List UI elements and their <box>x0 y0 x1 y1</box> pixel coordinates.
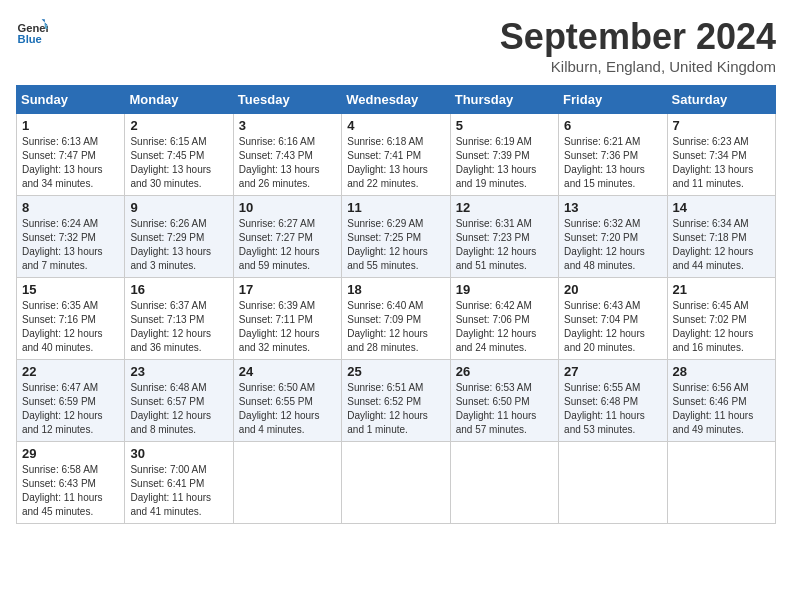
calendar-cell: 9Sunrise: 6:26 AM Sunset: 7:29 PM Daylig… <box>125 196 233 278</box>
calendar-cell: 11Sunrise: 6:29 AM Sunset: 7:25 PM Dayli… <box>342 196 450 278</box>
logo-icon: General Blue <box>16 16 48 48</box>
day-number: 23 <box>130 364 227 379</box>
calendar-week-1: 1Sunrise: 6:13 AM Sunset: 7:47 PM Daylig… <box>17 114 776 196</box>
day-info: Sunrise: 6:21 AM Sunset: 7:36 PM Dayligh… <box>564 135 661 191</box>
day-number: 24 <box>239 364 336 379</box>
calendar-cell: 15Sunrise: 6:35 AM Sunset: 7:16 PM Dayli… <box>17 278 125 360</box>
calendar-cell: 7Sunrise: 6:23 AM Sunset: 7:34 PM Daylig… <box>667 114 775 196</box>
day-info: Sunrise: 6:40 AM Sunset: 7:09 PM Dayligh… <box>347 299 444 355</box>
day-info: Sunrise: 6:48 AM Sunset: 6:57 PM Dayligh… <box>130 381 227 437</box>
day-info: Sunrise: 6:58 AM Sunset: 6:43 PM Dayligh… <box>22 463 119 519</box>
calendar-cell: 24Sunrise: 6:50 AM Sunset: 6:55 PM Dayli… <box>233 360 341 442</box>
calendar-cell: 25Sunrise: 6:51 AM Sunset: 6:52 PM Dayli… <box>342 360 450 442</box>
day-info: Sunrise: 7:00 AM Sunset: 6:41 PM Dayligh… <box>130 463 227 519</box>
calendar-cell: 1Sunrise: 6:13 AM Sunset: 7:47 PM Daylig… <box>17 114 125 196</box>
calendar-cell: 12Sunrise: 6:31 AM Sunset: 7:23 PM Dayli… <box>450 196 558 278</box>
weekday-header-row: SundayMondayTuesdayWednesdayThursdayFrid… <box>17 86 776 114</box>
calendar-cell: 30Sunrise: 7:00 AM Sunset: 6:41 PM Dayli… <box>125 442 233 524</box>
calendar-cell: 26Sunrise: 6:53 AM Sunset: 6:50 PM Dayli… <box>450 360 558 442</box>
weekday-header-sunday: Sunday <box>17 86 125 114</box>
weekday-header-tuesday: Tuesday <box>233 86 341 114</box>
day-number: 25 <box>347 364 444 379</box>
day-info: Sunrise: 6:45 AM Sunset: 7:02 PM Dayligh… <box>673 299 770 355</box>
day-info: Sunrise: 6:37 AM Sunset: 7:13 PM Dayligh… <box>130 299 227 355</box>
calendar-cell <box>342 442 450 524</box>
day-number: 29 <box>22 446 119 461</box>
calendar-cell <box>667 442 775 524</box>
day-number: 12 <box>456 200 553 215</box>
location: Kilburn, England, United Kingdom <box>500 58 776 75</box>
calendar-week-3: 15Sunrise: 6:35 AM Sunset: 7:16 PM Dayli… <box>17 278 776 360</box>
day-number: 4 <box>347 118 444 133</box>
weekday-header-saturday: Saturday <box>667 86 775 114</box>
page-header: General Blue September 2024 Kilburn, Eng… <box>16 16 776 75</box>
calendar-cell: 6Sunrise: 6:21 AM Sunset: 7:36 PM Daylig… <box>559 114 667 196</box>
day-info: Sunrise: 6:15 AM Sunset: 7:45 PM Dayligh… <box>130 135 227 191</box>
day-number: 10 <box>239 200 336 215</box>
calendar-cell: 10Sunrise: 6:27 AM Sunset: 7:27 PM Dayli… <box>233 196 341 278</box>
calendar-week-2: 8Sunrise: 6:24 AM Sunset: 7:32 PM Daylig… <box>17 196 776 278</box>
calendar-cell: 21Sunrise: 6:45 AM Sunset: 7:02 PM Dayli… <box>667 278 775 360</box>
title-block: September 2024 Kilburn, England, United … <box>500 16 776 75</box>
day-number: 6 <box>564 118 661 133</box>
calendar-table: SundayMondayTuesdayWednesdayThursdayFrid… <box>16 85 776 524</box>
calendar-cell: 19Sunrise: 6:42 AM Sunset: 7:06 PM Dayli… <box>450 278 558 360</box>
calendar-cell: 8Sunrise: 6:24 AM Sunset: 7:32 PM Daylig… <box>17 196 125 278</box>
calendar-cell: 13Sunrise: 6:32 AM Sunset: 7:20 PM Dayli… <box>559 196 667 278</box>
day-info: Sunrise: 6:35 AM Sunset: 7:16 PM Dayligh… <box>22 299 119 355</box>
calendar-cell: 20Sunrise: 6:43 AM Sunset: 7:04 PM Dayli… <box>559 278 667 360</box>
day-number: 9 <box>130 200 227 215</box>
day-number: 30 <box>130 446 227 461</box>
day-number: 1 <box>22 118 119 133</box>
calendar-cell: 28Sunrise: 6:56 AM Sunset: 6:46 PM Dayli… <box>667 360 775 442</box>
day-info: Sunrise: 6:51 AM Sunset: 6:52 PM Dayligh… <box>347 381 444 437</box>
day-info: Sunrise: 6:34 AM Sunset: 7:18 PM Dayligh… <box>673 217 770 273</box>
day-info: Sunrise: 6:32 AM Sunset: 7:20 PM Dayligh… <box>564 217 661 273</box>
day-number: 11 <box>347 200 444 215</box>
day-info: Sunrise: 6:19 AM Sunset: 7:39 PM Dayligh… <box>456 135 553 191</box>
weekday-header-friday: Friday <box>559 86 667 114</box>
weekday-header-monday: Monday <box>125 86 233 114</box>
day-number: 3 <box>239 118 336 133</box>
calendar-cell: 17Sunrise: 6:39 AM Sunset: 7:11 PM Dayli… <box>233 278 341 360</box>
day-number: 20 <box>564 282 661 297</box>
day-info: Sunrise: 6:47 AM Sunset: 6:59 PM Dayligh… <box>22 381 119 437</box>
day-info: Sunrise: 6:39 AM Sunset: 7:11 PM Dayligh… <box>239 299 336 355</box>
calendar-cell <box>233 442 341 524</box>
day-number: 21 <box>673 282 770 297</box>
day-info: Sunrise: 6:23 AM Sunset: 7:34 PM Dayligh… <box>673 135 770 191</box>
day-info: Sunrise: 6:29 AM Sunset: 7:25 PM Dayligh… <box>347 217 444 273</box>
day-number: 8 <box>22 200 119 215</box>
calendar-cell: 22Sunrise: 6:47 AM Sunset: 6:59 PM Dayli… <box>17 360 125 442</box>
day-info: Sunrise: 6:18 AM Sunset: 7:41 PM Dayligh… <box>347 135 444 191</box>
calendar-cell: 2Sunrise: 6:15 AM Sunset: 7:45 PM Daylig… <box>125 114 233 196</box>
day-number: 26 <box>456 364 553 379</box>
day-number: 7 <box>673 118 770 133</box>
svg-text:General: General <box>18 22 48 34</box>
day-info: Sunrise: 6:27 AM Sunset: 7:27 PM Dayligh… <box>239 217 336 273</box>
day-info: Sunrise: 6:26 AM Sunset: 7:29 PM Dayligh… <box>130 217 227 273</box>
calendar-cell <box>450 442 558 524</box>
weekday-header-thursday: Thursday <box>450 86 558 114</box>
day-number: 22 <box>22 364 119 379</box>
day-info: Sunrise: 6:31 AM Sunset: 7:23 PM Dayligh… <box>456 217 553 273</box>
calendar-week-4: 22Sunrise: 6:47 AM Sunset: 6:59 PM Dayli… <box>17 360 776 442</box>
calendar-cell: 14Sunrise: 6:34 AM Sunset: 7:18 PM Dayli… <box>667 196 775 278</box>
calendar-cell: 5Sunrise: 6:19 AM Sunset: 7:39 PM Daylig… <box>450 114 558 196</box>
day-number: 17 <box>239 282 336 297</box>
day-info: Sunrise: 6:53 AM Sunset: 6:50 PM Dayligh… <box>456 381 553 437</box>
day-number: 13 <box>564 200 661 215</box>
calendar-cell: 3Sunrise: 6:16 AM Sunset: 7:43 PM Daylig… <box>233 114 341 196</box>
day-number: 16 <box>130 282 227 297</box>
day-number: 27 <box>564 364 661 379</box>
day-number: 18 <box>347 282 444 297</box>
calendar-week-5: 29Sunrise: 6:58 AM Sunset: 6:43 PM Dayli… <box>17 442 776 524</box>
day-number: 2 <box>130 118 227 133</box>
weekday-header-wednesday: Wednesday <box>342 86 450 114</box>
day-info: Sunrise: 6:24 AM Sunset: 7:32 PM Dayligh… <box>22 217 119 273</box>
day-number: 15 <box>22 282 119 297</box>
calendar-cell <box>559 442 667 524</box>
calendar-cell: 16Sunrise: 6:37 AM Sunset: 7:13 PM Dayli… <box>125 278 233 360</box>
calendar-cell: 18Sunrise: 6:40 AM Sunset: 7:09 PM Dayli… <box>342 278 450 360</box>
calendar-cell: 4Sunrise: 6:18 AM Sunset: 7:41 PM Daylig… <box>342 114 450 196</box>
